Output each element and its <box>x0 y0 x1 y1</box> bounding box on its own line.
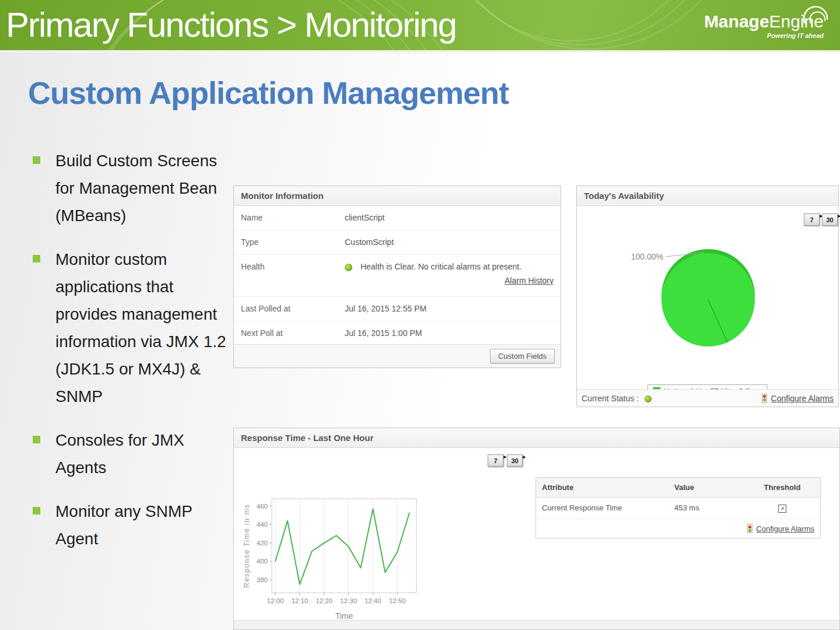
table-row: Type CustomScript <box>234 230 561 255</box>
monitor-panel-footer: Custom Fields <box>234 344 561 368</box>
period-7-days-button[interactable]: 7 <box>488 454 503 467</box>
svg-text:380: 380 <box>257 576 268 583</box>
availability-footer: Current Status : Configure Alarms <box>577 389 838 407</box>
threshold-edit-icon[interactable] <box>778 505 786 513</box>
bullet-item: Build Custom Screens for Management Bean… <box>28 147 229 229</box>
traffic-light-icon <box>747 524 752 533</box>
svg-text:400: 400 <box>257 558 268 565</box>
period-30-days-button[interactable]: 30 <box>822 214 838 226</box>
attribute-table: Attribute Value Threshold Current Respon… <box>536 477 821 538</box>
attribute-value: 453 ms <box>674 503 750 513</box>
bullet-text: Monitor any SNMP Agent <box>55 502 192 548</box>
logo-text-bold: Manage <box>704 12 769 31</box>
button-arrow-icon <box>838 210 840 222</box>
bullet-item: Monitor any SNMP Agent <box>28 498 229 552</box>
row-value: Jul 16, 2015 1:00 PM <box>345 328 554 338</box>
response-panel-footer <box>234 620 839 629</box>
bullet-item: Monitor custom applications that provide… <box>28 246 229 410</box>
column-header-attribute: Attribute <box>542 483 674 492</box>
button-arrow-icon <box>523 451 526 463</box>
availability-body: 7 30 100.00% Uptime 1 Hrs 57 Mins 9 Secs <box>577 206 838 389</box>
svg-text:100.00%: 100.00% <box>631 252 663 261</box>
response-time-line-chart: 12:0012:1012:2012:3012:4012:503804004204… <box>243 485 441 625</box>
configure-alarms: Configure Alarms <box>762 394 834 403</box>
bullet-square-icon <box>33 255 40 262</box>
health-ok-icon <box>345 264 352 271</box>
row-value: Jul 16, 2015 12:55 PM <box>345 304 554 313</box>
alarm-history-link[interactable]: Alarm History <box>505 276 554 285</box>
custom-fields-button[interactable]: Custom Fields <box>490 349 555 363</box>
bullet-text: Consoles for JMX Agents <box>55 431 184 477</box>
bullet-text: Monitor custom applications that provide… <box>55 250 226 405</box>
current-status-label: Current Status : <box>582 394 639 403</box>
page-title: Custom Application Management <box>28 75 509 111</box>
button-arrow-icon <box>503 451 506 463</box>
manageengine-logo: ManageEngine Powering IT ahead <box>704 13 824 39</box>
table-row: Last Polled at Jul 16, 2015 12:55 PM <box>234 297 561 321</box>
svg-text:12:20: 12:20 <box>316 597 332 604</box>
todays-availability-panel: Today's Availability 7 30 100.00% Uptime… <box>576 186 839 407</box>
logo-arc-icon <box>797 4 832 27</box>
period-30-days-button[interactable]: 30 <box>507 454 523 467</box>
response-body: 7 30 12:0012:1012:2012:3012:4012:5038040… <box>234 449 839 620</box>
todays-availability-title: Today's Availability <box>577 186 838 206</box>
logo-tagline: Powering IT ahead <box>704 32 824 39</box>
attribute-table-header: Attribute Value Threshold <box>536 478 820 498</box>
row-label: Type <box>241 237 345 247</box>
slide-header-banner: Primary Functions > Monitoring ManageEng… <box>0 0 840 52</box>
bullet-list: Build Custom Screens for Management Bean… <box>28 147 229 569</box>
row-value: CustomScript <box>345 237 554 247</box>
column-header-value: Value <box>674 483 750 492</box>
row-label: Last Polled at <box>241 304 345 313</box>
configure-alarms-link[interactable]: Configure Alarms <box>756 524 814 533</box>
svg-text:440: 440 <box>257 521 268 528</box>
row-label: Name <box>241 213 345 222</box>
row-value: clientScript <box>345 213 554 222</box>
bullet-square-icon <box>33 156 40 164</box>
monitor-information-title: Monitor Information <box>234 186 561 206</box>
bullet-square-icon <box>33 436 40 443</box>
table-row: Next Poll at Jul 16, 2015 1:00 PM <box>234 321 561 346</box>
column-header-threshold: Threshold <box>750 483 814 492</box>
row-label: Health <box>241 262 345 271</box>
response-time-panel: Response Time - Last One Hour 7 30 12:00… <box>233 428 840 630</box>
svg-text:420: 420 <box>257 540 268 547</box>
row-label: Next Poll at <box>241 328 345 338</box>
health-status-line: Health is Clear. No critical alarms at p… <box>345 262 554 271</box>
traffic-light-icon <box>762 394 767 403</box>
svg-text:12:30: 12:30 <box>340 597 357 604</box>
table-row: Current Response Time 453 ms <box>536 498 820 519</box>
availability-pie-chart: 100.00% <box>577 206 839 382</box>
breadcrumb-title: Primary Functions > Monitoring <box>6 5 456 45</box>
svg-text:12:10: 12:10 <box>291 597 308 604</box>
svg-text:460: 460 <box>257 503 268 510</box>
configure-alarms-link[interactable]: Configure Alarms <box>771 394 834 403</box>
status-ok-icon <box>645 396 652 402</box>
svg-text:Time: Time <box>335 611 354 621</box>
period-7-days-button[interactable]: 7 <box>804 214 820 226</box>
health-status-text: Health is Clear. No critical alarms at p… <box>360 262 522 271</box>
svg-text:12:40: 12:40 <box>365 597 382 604</box>
bullet-text: Build Custom Screens for Management Bean… <box>55 152 217 225</box>
table-row: Name clientScript <box>234 206 561 230</box>
table-row: Health Health is Clear. No critical alar… <box>234 255 561 297</box>
bullet-item: Consoles for JMX Agents <box>28 426 229 481</box>
monitor-information-panel: Monitor Information Name clientScript Ty… <box>233 186 561 368</box>
attribute-name: Current Response Time <box>542 503 674 513</box>
svg-text:12:50: 12:50 <box>389 597 406 604</box>
svg-text:12:00: 12:00 <box>267 597 284 604</box>
bullet-square-icon <box>33 507 40 514</box>
svg-text:Response Time in ms: Response Time in ms <box>243 504 251 588</box>
response-time-title: Response Time - Last One Hour <box>234 428 839 448</box>
current-status: Current Status : <box>582 394 652 403</box>
